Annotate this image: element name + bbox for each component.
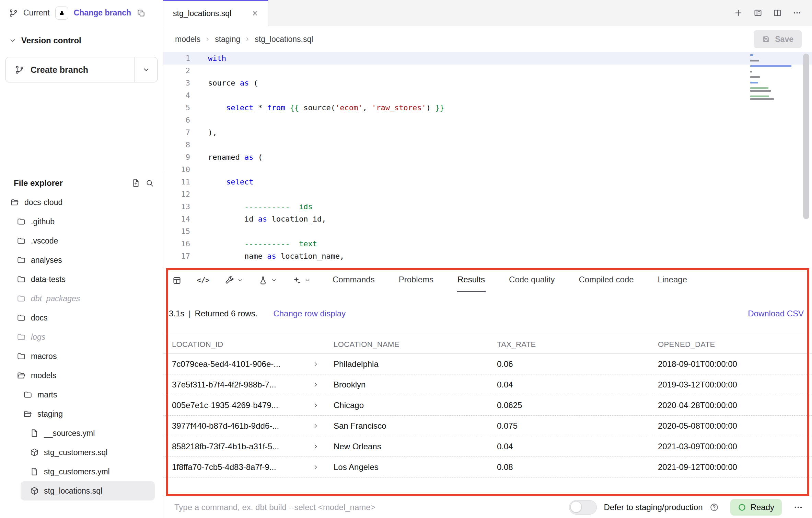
file-tree-item-models[interactable]: models [0,366,160,385]
compile-code-icon[interactable]: </> [197,276,210,284]
version-control-header[interactable]: Version control [5,36,158,45]
file-tree-item-dbt-packages[interactable]: dbt_packages [0,289,160,308]
breadcrumb-item[interactable]: stg_locations.sql [255,35,313,44]
expand-cell-icon[interactable] [312,464,319,471]
create-branch-button[interactable]: Create branch [5,57,158,82]
panel-tab-code-quality[interactable]: Code quality [508,268,555,292]
rows-returned-text: Returned 6 rows. [195,309,258,318]
result-row[interactable]: 1f8ffa70-7cb5-4d83-8a7f-9...Los Angeles0… [163,457,812,477]
cell-value: 2018-09-01T00:00:00 [658,359,812,369]
code-line-3[interactable]: 3source as ( [163,77,812,89]
file-tree-item-stg-customers-yml[interactable]: stg_customers.yml [0,462,160,481]
line-number: 6 [163,114,190,126]
create-branch-dropdown[interactable] [135,57,157,82]
code-line-9[interactable]: 9renamed as ( [163,151,812,164]
preview-table-icon[interactable] [172,276,182,285]
close-tab-icon[interactable] [252,10,258,17]
expand-cell-icon[interactable] [312,361,319,368]
file-tree-item-macros[interactable]: macros [0,347,160,366]
expand-cell-icon[interactable] [312,423,319,429]
code-line-7[interactable]: 7), [163,126,812,139]
code-lines: 1with23source as (45 select * from {{ so… [163,52,812,262]
defer-toggle[interactable] [569,500,597,515]
file-tree-item--vscode[interactable]: .vscode [0,231,160,250]
change-row-display-link[interactable]: Change row display [273,309,346,318]
file-tree-item-staging[interactable]: staging [0,404,160,424]
code-line-5[interactable]: 5 select * from {{ source('ecom', 'raw_s… [163,102,812,114]
file-tree-item--sources-yml[interactable]: __sources.yml [0,424,160,443]
file-tree-item-analyses[interactable]: analyses [0,250,160,270]
branch-lock-icon [55,7,68,20]
panel-tab-commands[interactable]: Commands [332,268,375,292]
new-tab-icon[interactable] [734,8,743,18]
file-tree: docs-cloud.github.vscodeanalysesdata-tes… [0,193,163,518]
code-line-4[interactable]: 4 [163,89,812,102]
assist-button[interactable] [292,276,311,285]
file-tree-item--github[interactable]: .github [0,212,160,231]
code-line-8[interactable]: 8 [163,139,812,151]
file-tree-item-stg-customers-sql[interactable]: stg_customers.sql [0,443,160,462]
result-row[interactable]: 7c079cea-5ed4-4101-906e-...Philadelphia0… [163,354,812,374]
line-number: 15 [163,225,190,238]
code-line-13[interactable]: 13 ---------- ids [163,201,812,213]
location-id-value: 858218fb-73f7-4b1b-a31f-5... [172,442,279,451]
code-line-15[interactable]: 15 [163,225,812,238]
ready-status-button[interactable]: Ready [730,499,782,516]
panel-tab-compiled-code[interactable]: Compiled code [578,268,634,292]
code-line-6[interactable]: 6 [163,114,812,126]
code-line-1[interactable]: 1with [163,52,812,65]
cell-value: 2021-09-12T00:00:00 [658,462,812,472]
breadcrumb-item[interactable]: staging [215,35,240,44]
version-control-title: Version control [21,36,81,45]
change-branch-link[interactable]: Change branch [74,8,131,18]
panel-tab-lineage[interactable]: Lineage [657,268,688,292]
code-line-12[interactable]: 12 [163,188,812,201]
editor-scrollbar[interactable] [803,54,809,219]
new-file-icon[interactable] [131,179,140,188]
result-row[interactable]: 858218fb-73f7-4b1b-a31f-5...New Orleans0… [163,436,812,457]
file-tree-item-docs-cloud[interactable]: docs-cloud [0,193,160,212]
minimap[interactable] [750,54,796,101]
split-view-icon[interactable] [773,8,782,18]
file-name: data-tests [31,275,66,284]
file-tree-item-marts[interactable]: marts [0,385,160,404]
cell-value: 2020-04-28T00:00:00 [658,401,812,410]
file-tree-item-logs[interactable]: logs [0,327,160,347]
tab-stg-locations-sql[interactable]: stg_locations.sql [163,0,268,26]
file-tree-item-stg-locations-sql[interactable]: stg_locations.sql [21,481,155,500]
more-options-icon[interactable] [793,503,803,512]
result-row[interactable]: 37e5f311-b7f4-4f2f-988b-7...Brooklyn0.04… [163,374,812,395]
code-line-16[interactable]: 16 ---------- text [163,238,812,250]
command-input[interactable]: Type a command, ex. dbt build --select <… [174,503,375,512]
panel-tab-results[interactable]: Results [457,268,486,292]
code-line-11[interactable]: 11 select [163,176,812,188]
build-button[interactable] [225,276,243,285]
expand-cell-icon[interactable] [312,443,319,450]
code-editor[interactable]: 1with23source as (45 select * from {{ so… [163,52,812,268]
code-line-2[interactable]: 2 [163,65,812,77]
lint-button[interactable] [258,276,277,285]
more-options-icon[interactable] [792,8,802,18]
code-line-10[interactable]: 10 [163,164,812,176]
expand-cell-icon[interactable] [312,402,319,409]
help-icon[interactable] [710,503,719,512]
code-line-17[interactable]: 17 name as location_name, [163,250,812,262]
file-tree-item-docs[interactable]: docs [0,308,160,327]
save-button[interactable]: Save [754,30,802,48]
result-row[interactable]: 3977f440-b87d-461b-9dd6-...San Francisco… [163,416,812,436]
code-line-14[interactable]: 14 id as location_id, [163,213,812,225]
breadcrumb-item[interactable]: models [175,35,200,44]
search-icon[interactable] [145,179,154,188]
query-time: 3.1s [169,309,184,318]
panel-tab-problems[interactable]: Problems [398,268,434,292]
result-row[interactable]: 005e7e1c-1935-4269-b479...Chicago0.06252… [163,395,812,416]
expand-cell-icon[interactable] [312,381,319,388]
file-tree-item-data-tests[interactable]: data-tests [0,270,160,289]
download-csv-link[interactable]: Download CSV [748,309,804,318]
folder-open-icon [23,409,32,418]
cell-value: Philadelphia [334,359,497,369]
copy-icon[interactable] [137,9,146,18]
results-status-row: 3.1s | Returned 6 rows. Change row displ… [163,292,812,335]
panel-layout-icon[interactable] [753,8,763,18]
file-name: stg_customers.sql [44,448,107,457]
